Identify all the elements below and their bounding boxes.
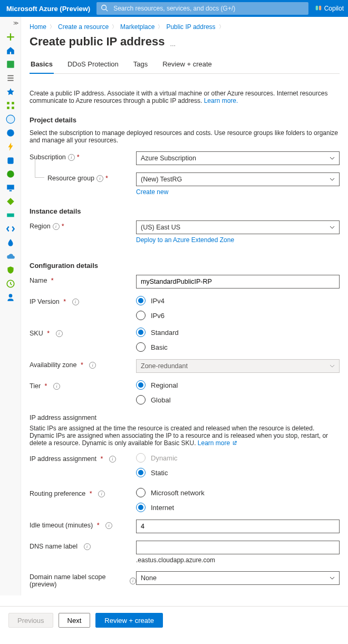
sidebar-user-icon[interactable] xyxy=(6,293,15,302)
info-icon[interactable]: i xyxy=(130,578,136,584)
sidebar-clock-icon[interactable] xyxy=(6,279,15,289)
chevron-down-icon xyxy=(330,156,335,161)
region-label: Region i * xyxy=(30,220,136,230)
dns-name-input[interactable] xyxy=(136,541,340,554)
info-icon[interactable]: i xyxy=(68,154,75,161)
sidebar-list-icon[interactable] xyxy=(6,73,15,83)
assignment-desc: Static IPs are assigned at the time the … xyxy=(30,425,340,447)
resource-group-select[interactable]: (New) TestRG xyxy=(136,172,340,186)
next-button[interactable]: Next xyxy=(59,613,91,628)
chevron-right-icon: 〉 xyxy=(158,23,163,31)
info-icon[interactable]: i xyxy=(72,299,79,305)
svg-point-20 xyxy=(8,294,12,297)
copilot-button[interactable]: Copilot xyxy=(315,4,344,13)
info-icon[interactable]: i xyxy=(53,223,60,230)
sidebar-sql-icon[interactable] xyxy=(6,156,15,165)
assignment-static-radio[interactable]: Static xyxy=(136,468,340,477)
sidebar-grid-icon[interactable] xyxy=(6,101,15,110)
svg-rect-18 xyxy=(7,214,14,217)
info-icon[interactable]: i xyxy=(98,491,105,497)
chevron-down-icon xyxy=(330,363,335,369)
svg-rect-16 xyxy=(7,185,14,189)
info-icon[interactable]: i xyxy=(96,175,103,182)
extended-zone-link[interactable]: Deploy to an Azure Extended Zone xyxy=(136,236,234,244)
review-create-button[interactable]: Review + create xyxy=(95,613,163,628)
tier-global-radio[interactable]: Global xyxy=(136,395,340,405)
sidebar-star-icon[interactable] xyxy=(6,87,15,97)
sku-standard-radio[interactable]: Standard xyxy=(136,328,340,337)
sidebar-globe-icon[interactable] xyxy=(6,128,15,138)
tab-basics[interactable]: Basics xyxy=(30,57,54,73)
tab-review[interactable]: Review + create xyxy=(161,57,213,73)
info-icon[interactable]: i xyxy=(53,383,60,390)
chevron-down-icon xyxy=(330,225,335,230)
svg-point-13 xyxy=(7,129,14,137)
sidebar-expand-icon[interactable]: ≫ xyxy=(13,20,21,28)
availability-zone-select: Zone-redundant xyxy=(136,359,340,373)
sidebar-diamond-icon[interactable] xyxy=(6,197,15,206)
sidebar-home-icon[interactable] xyxy=(6,46,15,55)
region-select[interactable]: (US) East US xyxy=(136,220,340,234)
ip-version-label: IP Version * i xyxy=(30,296,136,305)
chevron-right-icon: 〉 xyxy=(50,23,55,31)
info-icon[interactable]: i xyxy=(56,330,63,337)
search-input[interactable] xyxy=(112,4,304,13)
learn-more-link[interactable]: Learn more. xyxy=(204,97,238,104)
subscription-select[interactable]: Azure Subscription xyxy=(136,151,340,165)
breadcrumb-home[interactable]: Home xyxy=(30,23,46,31)
chevron-right-icon: 〉 xyxy=(219,23,224,31)
global-search[interactable] xyxy=(96,2,308,15)
svg-rect-14 xyxy=(7,157,13,164)
sidebar-create-icon[interactable] xyxy=(6,32,15,42)
sku-basic-radio[interactable]: Basic xyxy=(136,342,340,352)
tab-tags[interactable]: Tags xyxy=(132,57,149,73)
routing-ms-radio[interactable]: Microsoft network xyxy=(136,488,340,497)
routing-internet-radio[interactable]: Internet xyxy=(136,503,340,512)
sidebar-teal-icon[interactable] xyxy=(6,210,15,220)
instance-details-heading: Instance details xyxy=(30,207,340,215)
info-icon[interactable]: i xyxy=(89,362,96,369)
info-icon[interactable]: i xyxy=(84,543,91,550)
info-icon[interactable]: i xyxy=(109,456,116,463)
idle-label: Idle timeout (minutes) * i xyxy=(30,520,136,529)
sidebar-drop-icon[interactable] xyxy=(6,238,15,247)
subscription-label: Subscription i * xyxy=(30,151,136,161)
brand[interactable]: Microsoft Azure (Preview) xyxy=(4,5,90,13)
assignment-label: IP address assignment * i xyxy=(30,453,136,463)
more-actions-icon[interactable]: ··· xyxy=(170,41,176,49)
tier-label: Tier * i xyxy=(30,380,136,390)
scope-label: Domain name label scope (preview) i xyxy=(30,571,136,588)
sidebar-bolt-icon[interactable] xyxy=(6,142,15,151)
name-input[interactable] xyxy=(136,275,340,289)
idle-timeout-input[interactable] xyxy=(136,520,340,533)
learn-more-link[interactable]: Learn more xyxy=(198,439,237,447)
sidebar-circle-icon[interactable] xyxy=(6,114,15,124)
portal-header: Microsoft Azure (Preview) Copilot xyxy=(0,0,348,17)
assignment-dynamic-radio: Dynamic xyxy=(136,453,340,463)
ipv6-radio[interactable]: IPv6 xyxy=(136,311,340,320)
sidebar-dashboard-icon[interactable] xyxy=(6,60,15,69)
sidebar-monitor-icon[interactable] xyxy=(6,183,15,193)
svg-rect-2 xyxy=(315,5,317,10)
copilot-icon xyxy=(315,4,322,13)
breadcrumb-create-resource[interactable]: Create a resource xyxy=(58,23,109,31)
svg-rect-11 xyxy=(12,107,14,109)
dns-suffix: .eastus.cloudapp.azure.com xyxy=(136,556,340,564)
page-title: Create public IP address xyxy=(30,35,165,49)
tier-regional-radio[interactable]: Regional xyxy=(136,380,340,390)
scope-select[interactable]: None xyxy=(136,571,340,585)
breadcrumb-public-ip[interactable]: Public IP address xyxy=(166,23,215,31)
ipv4-radio[interactable]: IPv4 xyxy=(136,296,340,305)
svg-point-15 xyxy=(7,170,14,178)
create-new-link[interactable]: Create new xyxy=(136,188,168,196)
sidebar-shield-icon[interactable] xyxy=(6,265,15,275)
sidebar-cosmos-icon[interactable] xyxy=(6,169,15,179)
info-icon[interactable]: i xyxy=(105,522,112,529)
svg-rect-3 xyxy=(319,5,321,10)
project-details-help: Select the subscription to manage deploy… xyxy=(30,129,340,144)
sidebar-cloud-icon[interactable] xyxy=(6,252,15,261)
breadcrumb-marketplace[interactable]: Marketplace xyxy=(120,23,154,31)
tab-ddos[interactable]: DDoS Protection xyxy=(66,57,120,73)
intro-text: Create a public IP address. Associate it… xyxy=(30,90,340,104)
sidebar-code-icon[interactable] xyxy=(6,224,15,234)
